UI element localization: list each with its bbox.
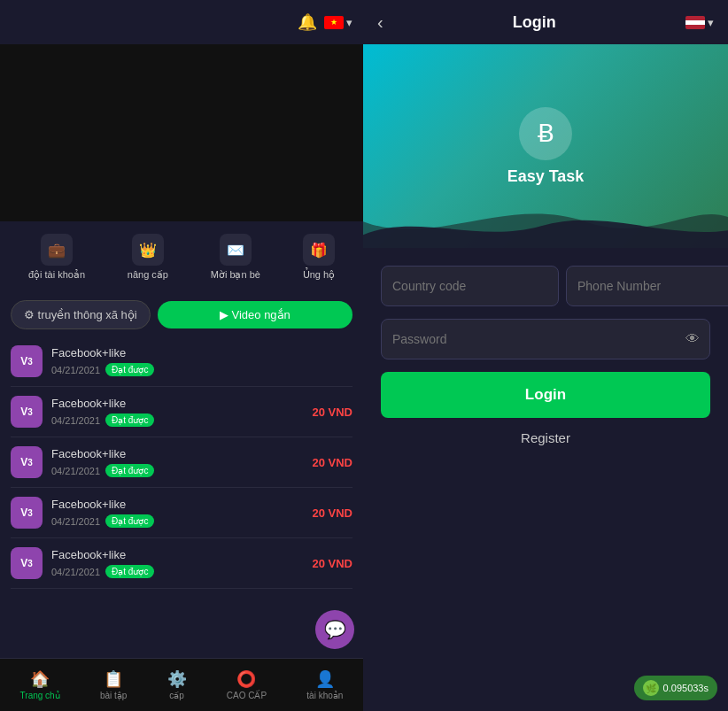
login-page-title: Login: [513, 13, 556, 32]
coin-value: 0.095033s: [663, 683, 709, 693]
coin-icon: 🌿: [643, 680, 659, 696]
password-input[interactable]: [381, 319, 710, 359]
ung-ho-icon: 🎁: [303, 234, 335, 266]
app-name: Easy Task: [507, 167, 585, 186]
coin-widget: 🌿 0.095033s: [634, 676, 717, 700]
action-nang-cap[interactable]: 👑 nâng cấp: [128, 234, 168, 281]
task-name: Facebook+like: [51, 397, 303, 410]
login-form: 👁 Login Register: [363, 248, 728, 711]
filter-bar: ⚙ truyền thông xã hội ▶ Video ngắn: [0, 293, 363, 336]
login-hero-banner: Ƀ Easy Task: [363, 44, 728, 248]
task-info: Facebook+like 04/21/2021 Đạt được: [51, 498, 303, 528]
nav-label-tai-khoan: tài khoản: [306, 691, 343, 700]
app-logo: Ƀ: [519, 107, 572, 160]
moi-ban-be-icon: ✉️: [220, 234, 252, 266]
account-icon: 👤: [315, 669, 335, 689]
login-header: ‹ Login ▾: [363, 0, 728, 44]
left-panel: 🔔 ★ ▾ 💼 đội tài khoản 👑 nâng cấp ✉️ Mời …: [0, 0, 363, 711]
chat-bubble-button[interactable]: 💬: [315, 610, 354, 649]
social-filter-button[interactable]: ⚙ truyền thông xã hội: [11, 300, 151, 329]
task-date-row: 04/21/2021 Đạt được: [51, 464, 303, 477]
table-row[interactable]: V3 Facebook+like 04/21/2021 Đạt được: [11, 336, 352, 387]
phone-row: [381, 266, 710, 306]
table-row[interactable]: V3 Facebook+like 04/21/2021 Đạt được 20 …: [11, 437, 352, 488]
phone-number-input[interactable]: [566, 266, 728, 306]
register-link[interactable]: Register: [381, 430, 710, 445]
right-panel: ‹ Login ▾ Ƀ Easy Task 👁 Login: [363, 0, 728, 711]
task-date: 04/21/2021: [51, 415, 100, 426]
task-info: Facebook+like 04/21/2021 Đạt được: [51, 397, 303, 427]
task-info: Facebook+like 04/21/2021 Đạt được: [51, 346, 344, 376]
password-toggle-icon[interactable]: 👁: [685, 331, 700, 347]
wave-decoration: [363, 195, 728, 248]
task-amount: 20 VND: [312, 557, 352, 570]
nav-item-cap[interactable]: ⚙️ cấp: [160, 666, 194, 704]
task-date: 04/21/2021: [51, 365, 100, 375]
us-flag-icon: [685, 16, 705, 29]
nav-item-tai-khoan[interactable]: 👤 tài khoản: [299, 666, 350, 704]
task-info: Facebook+like 04/21/2021 Đạt được: [51, 548, 303, 578]
logo-icon: Ƀ: [538, 119, 554, 148]
task-date: 04/21/2021: [51, 466, 100, 476]
task-logo: V3: [11, 396, 43, 428]
table-row[interactable]: V3 Facebook+like 04/21/2021 Đạt được 20 …: [11, 488, 352, 538]
task-badge: Đạt được: [105, 565, 154, 578]
task-date-row: 04/21/2021 Đạt được: [51, 413, 303, 427]
table-row[interactable]: V3 Facebook+like 04/21/2021 Đạt được 20 …: [11, 387, 352, 437]
table-row[interactable]: V3 Facebook+like 04/21/2021 Đạt được 20 …: [11, 538, 352, 589]
left-lang-dropdown-arrow: ▾: [346, 16, 352, 29]
task-logo: V3: [11, 446, 43, 478]
nav-label-cap: cấp: [169, 691, 184, 700]
action-moi-ban-be[interactable]: ✉️ Mời bạn bè: [211, 234, 260, 281]
doi-tai-khoan-icon: 💼: [41, 234, 73, 266]
banner-area: [0, 44, 363, 221]
task-name: Facebook+like: [51, 548, 303, 561]
back-button[interactable]: ‹: [377, 12, 383, 33]
task-name: Facebook+like: [51, 498, 303, 511]
quick-actions: 💼 đội tài khoản 👑 nâng cấp ✉️ Mời bạn bè…: [0, 221, 363, 293]
premium-icon: ⭕: [236, 669, 256, 689]
nav-label-trang-chu: Trang chủ: [20, 691, 60, 700]
task-badge: Đạt được: [105, 413, 154, 427]
bell-icon: 🔔: [298, 12, 317, 32]
nang-cap-label: nâng cấp: [128, 269, 168, 281]
task-amount: 20 VND: [312, 456, 352, 469]
password-wrapper: 👁: [381, 319, 710, 359]
right-lang-dropdown-arrow: ▾: [708, 16, 714, 29]
action-ung-ho[interactable]: 🎁 Ủng hộ: [303, 234, 335, 281]
task-badge: Đạt được: [105, 363, 154, 376]
task-date-row: 04/21/2021 Đạt được: [51, 363, 344, 376]
nang-cap-icon: 👑: [132, 234, 164, 266]
action-doi-tai-khoan[interactable]: 💼 đội tài khoản: [28, 234, 85, 281]
video-filter-button[interactable]: ▶ Video ngắn: [158, 301, 352, 328]
nav-label-bai-tap: bài tập: [100, 691, 127, 700]
task-list: V3 Facebook+like 04/21/2021 Đạt được V3 …: [0, 336, 363, 658]
doi-tai-khoan-label: đội tài khoản: [28, 269, 85, 281]
task-logo: V3: [11, 345, 43, 377]
task-info: Facebook+like 04/21/2021 Đạt được: [51, 447, 303, 477]
task-name: Facebook+like: [51, 346, 344, 359]
nav-item-bai-tap[interactable]: 📋 bài tập: [93, 666, 134, 704]
task-logo: V3: [11, 497, 43, 529]
task-badge: Đạt được: [105, 514, 154, 528]
task-date: 04/21/2021: [51, 516, 100, 527]
task-icon: 📋: [104, 669, 123, 689]
country-code-input[interactable]: [381, 266, 559, 306]
language-selector-right[interactable]: ▾: [685, 16, 714, 29]
task-name: Facebook+like: [51, 447, 303, 460]
task-logo: V3: [11, 547, 43, 579]
nav-item-cao-cap[interactable]: ⭕ CAO CẤP: [220, 666, 274, 704]
task-date-row: 04/21/2021 Đạt được: [51, 514, 303, 528]
login-button[interactable]: Login: [381, 372, 710, 418]
nav-label-cao-cap: CAO CẤP: [227, 691, 267, 700]
left-header: 🔔 ★ ▾: [0, 0, 363, 44]
vn-flag-icon: ★: [324, 16, 344, 29]
nav-item-trang-chu[interactable]: 🏠 Trang chủ: [13, 666, 67, 704]
level-icon: ⚙️: [167, 669, 187, 689]
video-filter-label: ▶ Video ngắn: [220, 308, 290, 321]
social-filter-label: ⚙ truyền thông xã hội: [24, 308, 137, 321]
ung-ho-label: Ủng hộ: [303, 269, 335, 281]
task-badge: Đạt được: [105, 464, 154, 477]
language-selector-left[interactable]: ★ ▾: [324, 16, 352, 29]
home-icon: 🏠: [30, 669, 50, 689]
